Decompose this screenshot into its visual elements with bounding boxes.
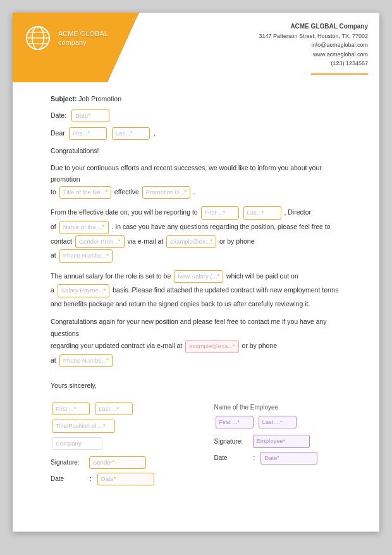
sender-sig-field[interactable]: Sender bbox=[89, 456, 146, 469]
company-sub-logo: company bbox=[58, 38, 108, 47]
title-new-text: Title of the Ne... bbox=[63, 187, 106, 198]
para2-g: or by phone bbox=[219, 237, 254, 245]
report-last-field[interactable]: Las... bbox=[243, 206, 281, 220]
report-last-text: Las... bbox=[247, 208, 262, 218]
dear-label: Dear bbox=[51, 128, 65, 139]
emp-date-label: Date bbox=[214, 452, 249, 463]
dear-first-field[interactable]: Firs... bbox=[69, 127, 107, 140]
svg-point-8 bbox=[30, 35, 31, 36]
sender-title-row: Title/Position of ... bbox=[51, 419, 185, 433]
sender-date-text: Date bbox=[101, 474, 114, 484]
date-line: Date: Date bbox=[51, 109, 348, 123]
sender-name-row: First ... Last ... bbox=[51, 402, 185, 416]
emp-last-text: Last ... bbox=[262, 417, 281, 427]
title-new-field[interactable]: Title of the Ne... bbox=[59, 186, 111, 199]
company-field[interactable]: Company bbox=[52, 437, 102, 450]
title-position-field[interactable]: Title/Position of ... bbox=[52, 420, 115, 432]
congratulations-text: Congratulations! bbox=[51, 146, 348, 157]
dear-last-text: Las... bbox=[116, 128, 130, 139]
para3-c: a bbox=[51, 287, 54, 294]
para1-end: . bbox=[193, 188, 195, 196]
report-first-field[interactable]: First ... bbox=[201, 206, 239, 220]
sender-company-row: Company bbox=[51, 437, 185, 451]
para4-a: Congratulations again for your new posit… bbox=[51, 318, 327, 337]
paragraph-4: Congratulations again for your new posit… bbox=[51, 316, 348, 368]
date-field-text: Date bbox=[75, 111, 88, 121]
dear-last-field[interactable]: Las... bbox=[112, 127, 150, 140]
para4-b: regarding your updated contract via e-ma… bbox=[51, 342, 182, 349]
emp-date-colon: : bbox=[254, 452, 255, 463]
new-salary-field[interactable]: New Salary (... bbox=[174, 270, 223, 284]
emp-name-label: Name of the Employee bbox=[214, 402, 348, 413]
gender-pron-field[interactable]: Gender Pron... bbox=[75, 235, 125, 249]
email2-field[interactable]: example@exa... bbox=[185, 340, 238, 353]
svg-point-6 bbox=[37, 27, 39, 29]
para3-e: and benefits package and return the sign… bbox=[51, 300, 310, 308]
dear-comma: , bbox=[154, 128, 156, 139]
company-email: info@acmeglobal.com bbox=[259, 41, 368, 49]
para2-h: at bbox=[51, 251, 56, 259]
dear-line: Dear Firs... Las... , bbox=[51, 127, 348, 140]
para4-c: or by phone bbox=[242, 342, 277, 349]
dept-name-field[interactable]: Name of the ... bbox=[59, 221, 109, 234]
sender-sig-text: Sender bbox=[93, 458, 113, 468]
document-page: ACME GLOBAL company ACME GLOBAL Company … bbox=[13, 13, 379, 532]
company-address-name: ACME GLOBAL Company bbox=[259, 22, 368, 32]
email1-field[interactable]: example@ex... bbox=[166, 235, 216, 249]
salary-payment-text: Salary Payme... bbox=[61, 285, 104, 296]
yours-sincerely: Yours sincerely, bbox=[51, 380, 348, 392]
emp-sig-text: Employee bbox=[257, 436, 283, 446]
svg-point-5 bbox=[32, 30, 34, 32]
paragraph-1: Due to your continuous efforts and recen… bbox=[51, 162, 348, 199]
date-field[interactable]: Date bbox=[71, 109, 109, 122]
promotion-date-field[interactable]: Promotion D... bbox=[142, 186, 190, 199]
para2-c: of bbox=[51, 223, 56, 230]
sender-last-field[interactable]: Last ... bbox=[95, 402, 133, 415]
logo-area: ACME GLOBAL company bbox=[24, 24, 108, 52]
sender-date-colon: : bbox=[90, 473, 92, 484]
sender-first-field[interactable]: First ... bbox=[52, 402, 90, 415]
sender-date-field[interactable]: Date bbox=[97, 473, 154, 485]
header: ACME GLOBAL company ACME GLOBAL Company … bbox=[13, 13, 379, 82]
dear-first-text: Firs... bbox=[73, 128, 88, 139]
emp-sig-field[interactable]: Employee bbox=[253, 435, 310, 447]
new-salary-text: New Salary (... bbox=[178, 271, 217, 282]
subject-label: Subject: bbox=[51, 95, 77, 103]
emp-first-field[interactable]: First ... bbox=[216, 416, 254, 428]
subject-value: Job Promotion bbox=[78, 95, 121, 103]
promotion-date-text: Promotion D... bbox=[146, 187, 185, 198]
company-name-logo: ACME GLOBAL bbox=[58, 29, 108, 38]
para2-a: From the effective date on, you will be … bbox=[51, 208, 198, 216]
sender-sig-label: Signature: bbox=[51, 457, 85, 468]
employee-block: Name of the Employee First ... Last ... … bbox=[214, 402, 348, 467]
title-position-text: Title/Position of ... bbox=[56, 421, 103, 431]
svg-point-9 bbox=[45, 35, 46, 36]
emp-date-field[interactable]: Date bbox=[260, 452, 317, 465]
svg-point-7 bbox=[42, 30, 44, 32]
report-first-text: First ... bbox=[205, 208, 223, 218]
para1-effective: effective bbox=[114, 188, 139, 196]
phone2-field[interactable]: Phone Numbe... bbox=[59, 354, 113, 368]
signature-block: First ... Last ... Title/Position of ... bbox=[51, 402, 348, 489]
para2-b: , Director bbox=[284, 208, 311, 216]
company-info: ACME GLOBAL Company 3147 Patterson Stree… bbox=[259, 22, 368, 68]
para2-f: via e-mail at bbox=[128, 237, 164, 245]
emp-last-field[interactable]: Last ... bbox=[259, 416, 297, 428]
para1-a: Due to your continuous efforts and recen… bbox=[51, 164, 322, 183]
emp-name-fields: First ... Last ... bbox=[214, 415, 348, 429]
sender-date-row: Date : Date bbox=[51, 472, 185, 486]
email1-text: example@ex... bbox=[170, 237, 211, 247]
company-phone: (123) 1234567 bbox=[259, 59, 368, 68]
para3-b: which will be paid out on bbox=[226, 272, 298, 280]
sender-name-fields: First ... Last ... Title/Position of ... bbox=[51, 402, 185, 450]
orange-divider bbox=[311, 73, 368, 75]
phone1-field[interactable]: Phone Numbe... bbox=[59, 249, 113, 263]
subject-line: Subject: Job Promotion bbox=[51, 94, 348, 105]
paragraph-2: From the effective date on, you will be … bbox=[51, 206, 348, 263]
para2-e: contact bbox=[51, 237, 72, 245]
phone1-text: Phone Numbe... bbox=[63, 251, 107, 261]
salary-payment-field[interactable]: Salary Payme... bbox=[58, 284, 110, 297]
para4-d: at bbox=[51, 356, 56, 364]
sender-block: First ... Last ... Title/Position of ... bbox=[51, 402, 185, 489]
para1-b: to bbox=[51, 188, 56, 196]
